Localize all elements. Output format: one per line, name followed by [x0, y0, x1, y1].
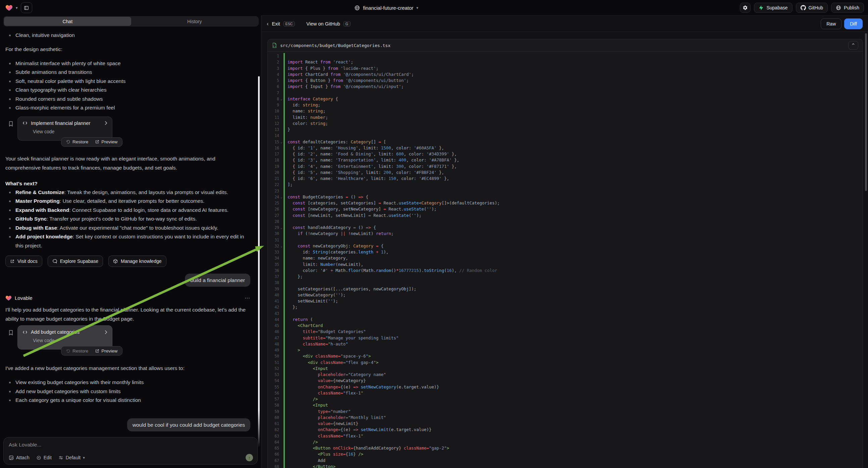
chevron-right-icon[interactable]: [104, 121, 107, 125]
message-heading: What's next?: [5, 179, 250, 188]
fold-chevron-icon: [279, 458, 283, 464]
settings-button[interactable]: [740, 3, 750, 13]
lovable-heart-icon: [5, 295, 12, 301]
chat-scrollbar[interactable]: [258, 76, 260, 447]
code-text: ];: [285, 182, 292, 188]
fold-chevron-icon: [279, 335, 283, 341]
exit-button[interactable]: Exit ESC: [272, 21, 295, 27]
view-on-github-button[interactable]: View on GitHub G: [306, 21, 351, 27]
code-text: import { Plus } from 'lucide-react';: [285, 65, 378, 71]
list-item: Subtle animations and transitions: [5, 68, 250, 77]
list-item: Minimalist interface with plenty of whit…: [5, 59, 250, 68]
lovable-heart-icon[interactable]: [5, 4, 13, 11]
fold-chevron-icon: [279, 206, 283, 212]
tab-history[interactable]: History: [131, 17, 258, 26]
fold-chevron-icon: [279, 53, 283, 59]
list-item: Glass-morphic elements for a premium fee…: [5, 104, 250, 113]
send-button[interactable]: ↑: [246, 454, 253, 461]
code-text: [285, 53, 287, 59]
chat-bubble-icon: [52, 259, 57, 264]
chevron-right-icon[interactable]: [104, 330, 107, 334]
version-card[interactable]: Implement financial plannerView code: [18, 117, 113, 141]
code-text: type="number": [285, 409, 351, 415]
code-line: 41 setNewLimit('');: [268, 298, 863, 304]
sidebar-toggle-button[interactable]: [21, 2, 32, 13]
user-message-row: build a financial planner: [5, 273, 250, 287]
back-chevron-icon[interactable]: ‹: [267, 21, 269, 27]
logo-chevron-down-icon[interactable]: ▾: [16, 6, 18, 10]
code-text: const newCategoryObj: Category = {: [285, 243, 383, 249]
fold-chevron-icon[interactable]: ⌄: [279, 243, 283, 249]
chip-manage-knowledge[interactable]: Manage knowledge: [108, 256, 166, 267]
bookmark-icon[interactable]: [8, 330, 13, 336]
tab-chat[interactable]: Chat: [4, 17, 131, 26]
fold-chevron-icon[interactable]: ⌄: [279, 139, 283, 145]
diff-button[interactable]: Diff: [844, 19, 863, 29]
line-number: 40: [268, 292, 279, 298]
list-item: Clean typography with clear hierarchies: [5, 86, 250, 95]
message-paragraph: I'll help you add budget categories to t…: [5, 305, 250, 323]
view-code-link[interactable]: View code: [33, 338, 107, 343]
line-number: 27: [268, 212, 279, 218]
code-line: 10 name: string;: [268, 108, 863, 114]
line-number: 2: [268, 59, 279, 65]
line-number: 65: [268, 445, 279, 451]
fold-chevron-icon: [279, 384, 283, 390]
panel-left-icon: [24, 5, 29, 10]
edit-button[interactable]: Edit: [36, 455, 52, 460]
preview-button[interactable]: Preview: [92, 347, 121, 355]
code-text: const [newCategory, setNewCategory] = Re…: [285, 206, 436, 212]
attach-button[interactable]: Attach: [9, 455, 30, 460]
code-text: />: [285, 439, 318, 445]
code-text: }: [285, 126, 290, 133]
supabase-button[interactable]: Supabase: [754, 3, 792, 13]
code-line: 27 const [newLimit, setNewLimit] = React…: [268, 212, 863, 218]
preview-button[interactable]: Preview: [92, 138, 121, 146]
code-line: 61 value={newLimit}: [268, 421, 863, 427]
list-item: Refine & Customize: Tweak the design, an…: [5, 188, 250, 197]
mode-button[interactable]: Default ▾: [58, 455, 85, 460]
code-scrollbar[interactable]: [865, 33, 867, 191]
message-menu-button[interactable]: ⋯: [245, 295, 250, 301]
fold-chevron-icon[interactable]: ⌄: [279, 194, 283, 200]
chat-input-placeholder: Ask Lovable...: [9, 442, 252, 448]
chip-visit-docs[interactable]: Visit docs: [5, 256, 42, 267]
collapse-button[interactable]: ⌃: [848, 41, 858, 50]
fold-chevron-icon: [279, 409, 283, 415]
code-text: setNewCategory('');: [285, 292, 346, 298]
line-number: 42: [268, 304, 279, 310]
raw-button[interactable]: Raw: [821, 19, 841, 29]
code-text: import ChartCard from '@/components/ui/C…: [285, 71, 414, 78]
publish-button[interactable]: Publish: [831, 3, 864, 13]
project-chevron-down-icon: ▾: [416, 6, 418, 10]
file-header[interactable]: src/components/budget/BudgetCategories.t…: [268, 39, 863, 52]
fold-chevron-icon: [279, 451, 283, 457]
line-number: 36: [268, 268, 279, 273]
line-number: 5: [268, 78, 279, 84]
restore-icon: [66, 349, 70, 353]
list-item: Debug with Ease: Activate our experiment…: [5, 224, 250, 233]
code-lines: 12import React from 'react';3import { Pl…: [268, 52, 863, 468]
fold-chevron-icon: [279, 188, 283, 194]
globe-icon: [354, 5, 360, 11]
file-icon: [272, 42, 277, 48]
view-code-link[interactable]: View code: [33, 129, 107, 134]
fold-chevron-icon[interactable]: ⌄: [279, 225, 283, 231]
code-text: [285, 133, 287, 139]
github-button[interactable]: GitHub: [796, 3, 828, 13]
project-selector[interactable]: financial-future-creator ▾: [354, 0, 418, 16]
line-number: 46: [268, 329, 279, 335]
line-number: 56: [268, 390, 279, 396]
code-line: 15⌄const defaultCategories: Category[] =…: [268, 139, 863, 145]
restore-button[interactable]: Restore: [63, 347, 92, 355]
line-number: 58: [268, 402, 279, 408]
fold-chevron-icon: [279, 120, 283, 126]
restore-button[interactable]: Restore: [63, 138, 92, 146]
fold-chevron-icon: [279, 298, 283, 304]
fold-chevron-icon[interactable]: ⌄: [279, 96, 283, 102]
chat-input[interactable]: Ask Lovable... Attach Edit Default ▾ ↑: [3, 437, 258, 465]
bookmark-icon[interactable]: [8, 121, 13, 127]
chip-explore-supabase[interactable]: Explore Supabase: [48, 256, 103, 267]
external-link-icon: [10, 259, 14, 264]
fold-chevron-icon: [279, 268, 283, 273]
